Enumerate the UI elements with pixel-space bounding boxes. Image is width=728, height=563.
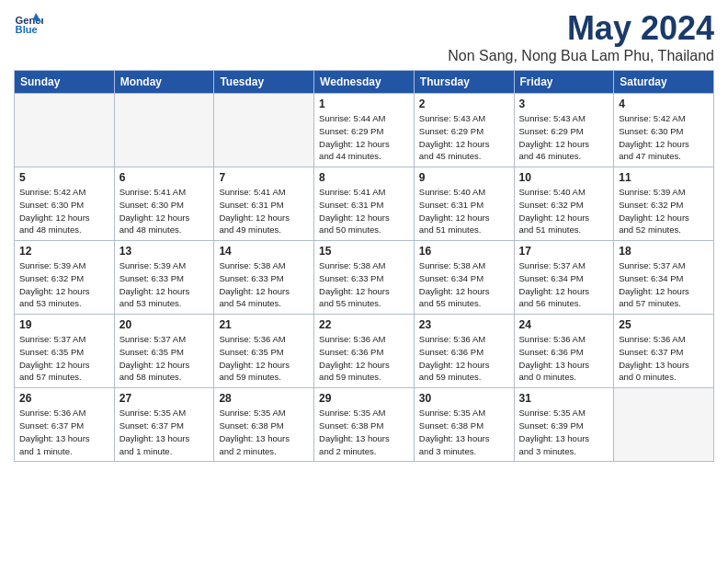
day-number: 17 [519,245,609,258]
calendar-cell: 27Sunrise: 5:35 AMSunset: 6:37 PMDayligh… [114,388,214,462]
cell-info: Sunrise: 5:43 AMSunset: 6:29 PMDaylight:… [519,112,609,163]
weekday-header-row: Sunday Monday Tuesday Wednesday Thursday… [15,71,714,94]
day-number: 20 [119,318,210,331]
day-number: 26 [19,392,109,405]
week-row-2: 5Sunrise: 5:42 AMSunset: 6:30 PMDaylight… [15,167,714,241]
calendar-cell: 18Sunrise: 5:37 AMSunset: 6:34 PMDayligh… [614,241,714,315]
header-sunday: Sunday [15,71,115,94]
calendar-cell: 22Sunrise: 5:36 AMSunset: 6:36 PMDayligh… [314,315,415,388]
cell-info: Sunrise: 5:41 AMSunset: 6:31 PMDaylight:… [319,186,409,236]
header-tuesday: Tuesday [214,71,314,94]
logo: General Blue [14,9,43,39]
calendar-cell: 5Sunrise: 5:42 AMSunset: 6:30 PMDaylight… [15,167,115,241]
day-number: 18 [619,245,709,258]
calendar-cell: 1Sunrise: 5:44 AMSunset: 6:29 PMDaylight… [314,94,415,167]
cell-info: Sunrise: 5:35 AMSunset: 6:39 PMDaylight:… [519,407,609,457]
header-saturday: Saturday [614,71,714,94]
day-number: 9 [419,171,509,184]
cell-info: Sunrise: 5:37 AMSunset: 6:35 PMDaylight:… [19,333,109,384]
calendar-cell: 25Sunrise: 5:36 AMSunset: 6:37 PMDayligh… [614,315,714,388]
calendar-cell [114,94,214,167]
calendar-cell: 30Sunrise: 5:35 AMSunset: 6:38 PMDayligh… [414,388,514,462]
location-title: Non Sang, Nong Bua Lam Phu, Thailand [448,48,714,64]
cell-info: Sunrise: 5:35 AMSunset: 6:37 PMDaylight:… [119,407,210,457]
day-number: 19 [19,318,109,331]
cell-info: Sunrise: 5:39 AMSunset: 6:32 PMDaylight:… [19,259,109,310]
header-friday: Friday [514,71,614,94]
calendar-cell: 7Sunrise: 5:41 AMSunset: 6:31 PMDaylight… [214,167,314,241]
month-title: May 2024 [448,9,714,48]
day-number: 16 [419,245,509,258]
day-number: 24 [519,318,609,331]
day-number: 12 [19,245,109,258]
cell-info: Sunrise: 5:39 AMSunset: 6:33 PMDaylight:… [119,259,210,310]
calendar-cell: 12Sunrise: 5:39 AMSunset: 6:32 PMDayligh… [15,241,115,315]
day-number: 27 [119,392,210,405]
day-number: 23 [419,318,509,331]
cell-info: Sunrise: 5:36 AMSunset: 6:37 PMDaylight:… [619,333,709,384]
week-row-4: 19Sunrise: 5:37 AMSunset: 6:35 PMDayligh… [15,315,714,388]
day-number: 13 [119,245,210,258]
week-row-5: 26Sunrise: 5:36 AMSunset: 6:37 PMDayligh… [15,388,714,462]
cell-info: Sunrise: 5:36 AMSunset: 6:36 PMDaylight:… [519,333,609,384]
day-number: 4 [619,98,709,110]
week-row-3: 12Sunrise: 5:39 AMSunset: 6:32 PMDayligh… [15,241,714,315]
calendar-cell: 21Sunrise: 5:36 AMSunset: 6:35 PMDayligh… [214,315,314,388]
calendar-cell: 15Sunrise: 5:38 AMSunset: 6:33 PMDayligh… [314,241,415,315]
cell-info: Sunrise: 5:36 AMSunset: 6:35 PMDaylight:… [219,333,309,384]
calendar-table: Sunday Monday Tuesday Wednesday Thursday… [14,70,714,462]
day-number: 22 [319,318,409,331]
day-number: 11 [619,171,709,184]
cell-info: Sunrise: 5:40 AMSunset: 6:32 PMDaylight:… [519,186,609,236]
page: General Blue May 2024 Non Sang, Nong Bua… [0,0,728,476]
day-number: 3 [519,98,609,110]
cell-info: Sunrise: 5:37 AMSunset: 6:34 PMDaylight:… [619,259,709,310]
cell-info: Sunrise: 5:44 AMSunset: 6:29 PMDaylight:… [319,112,409,163]
calendar-cell: 11Sunrise: 5:39 AMSunset: 6:32 PMDayligh… [614,167,714,241]
calendar-cell: 13Sunrise: 5:39 AMSunset: 6:33 PMDayligh… [114,241,214,315]
day-number: 21 [219,318,309,331]
calendar-cell: 17Sunrise: 5:37 AMSunset: 6:34 PMDayligh… [514,241,614,315]
day-number: 1 [319,98,409,110]
day-number: 29 [319,392,409,405]
calendar-cell: 2Sunrise: 5:43 AMSunset: 6:29 PMDaylight… [414,94,514,167]
cell-info: Sunrise: 5:38 AMSunset: 6:33 PMDaylight:… [219,259,309,310]
day-number: 14 [219,245,309,258]
cell-info: Sunrise: 5:36 AMSunset: 6:37 PMDaylight:… [19,407,109,457]
calendar-body: 1Sunrise: 5:44 AMSunset: 6:29 PMDaylight… [15,94,714,462]
calendar-cell: 9Sunrise: 5:40 AMSunset: 6:31 PMDaylight… [414,167,514,241]
cell-info: Sunrise: 5:42 AMSunset: 6:30 PMDaylight:… [19,186,109,236]
cell-info: Sunrise: 5:39 AMSunset: 6:32 PMDaylight:… [619,186,709,236]
cell-info: Sunrise: 5:35 AMSunset: 6:38 PMDaylight:… [419,407,509,457]
calendar-cell: 20Sunrise: 5:37 AMSunset: 6:35 PMDayligh… [114,315,214,388]
week-row-1: 1Sunrise: 5:44 AMSunset: 6:29 PMDaylight… [15,94,714,167]
title-block: May 2024 Non Sang, Nong Bua Lam Phu, Tha… [448,9,714,64]
day-number: 10 [519,171,609,184]
cell-info: Sunrise: 5:43 AMSunset: 6:29 PMDaylight:… [419,112,509,163]
day-number: 2 [419,98,509,110]
logo-icon: General Blue [14,9,43,39]
cell-info: Sunrise: 5:41 AMSunset: 6:30 PMDaylight:… [119,186,210,236]
header-wednesday: Wednesday [314,71,415,94]
cell-info: Sunrise: 5:37 AMSunset: 6:35 PMDaylight:… [119,333,210,384]
header: General Blue May 2024 Non Sang, Nong Bua… [14,9,714,64]
cell-info: Sunrise: 5:36 AMSunset: 6:36 PMDaylight:… [419,333,509,384]
calendar-cell: 26Sunrise: 5:36 AMSunset: 6:37 PMDayligh… [15,388,115,462]
day-number: 8 [319,171,409,184]
cell-info: Sunrise: 5:38 AMSunset: 6:34 PMDaylight:… [419,259,509,310]
cell-info: Sunrise: 5:38 AMSunset: 6:33 PMDaylight:… [319,259,409,310]
calendar-cell: 3Sunrise: 5:43 AMSunset: 6:29 PMDaylight… [514,94,614,167]
calendar-cell: 14Sunrise: 5:38 AMSunset: 6:33 PMDayligh… [214,241,314,315]
calendar-cell: 19Sunrise: 5:37 AMSunset: 6:35 PMDayligh… [15,315,115,388]
calendar-cell: 31Sunrise: 5:35 AMSunset: 6:39 PMDayligh… [514,388,614,462]
header-thursday: Thursday [414,71,514,94]
cell-info: Sunrise: 5:42 AMSunset: 6:30 PMDaylight:… [619,112,709,163]
day-number: 15 [319,245,409,258]
day-number: 6 [119,171,210,184]
svg-text:Blue: Blue [16,24,38,35]
cell-info: Sunrise: 5:35 AMSunset: 6:38 PMDaylight:… [319,407,409,457]
calendar-cell: 10Sunrise: 5:40 AMSunset: 6:32 PMDayligh… [514,167,614,241]
calendar-cell: 8Sunrise: 5:41 AMSunset: 6:31 PMDaylight… [314,167,415,241]
calendar-cell: 28Sunrise: 5:35 AMSunset: 6:38 PMDayligh… [214,388,314,462]
day-number: 31 [519,392,609,405]
